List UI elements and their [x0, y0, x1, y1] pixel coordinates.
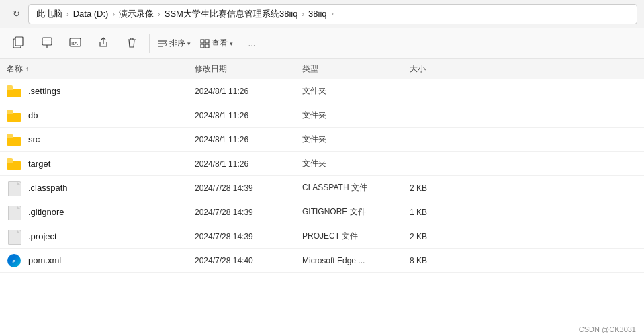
file-type-cell: GITIGNORE 文件	[302, 206, 410, 218]
breadcrumb: 此电脑 › Data (D:) › 演示录像 › SSM大学生比赛信息管理系统3…	[28, 4, 637, 24]
table-row[interactable]: .classpath 2024/7/28 14:39 CLASSPATH 文件 …	[0, 176, 644, 200]
file-name-cell: .settings	[7, 85, 195, 98]
refresh-icon: ↻	[13, 9, 20, 19]
file-type-cell: PROJECT 文件	[302, 230, 410, 242]
file-date-cell: 2024/8/1 11:26	[195, 159, 302, 169]
breadcrumb-demo[interactable]: 演示录像	[117, 7, 156, 22]
file-date-cell: 2024/7/28 14:39	[195, 232, 302, 241]
file-icon	[7, 181, 21, 195]
refresh-button[interactable]: ↻	[7, 5, 26, 24]
address-bar: ↻ 此电脑 › Data (D:) › 演示录像 › SSM大学生比赛信息管理系…	[0, 0, 644, 28]
file-type-cell: Microsoft Edge ...	[302, 256, 410, 265]
table-row[interactable]: db 2024/8/1 11:26 文件夹	[0, 103, 644, 128]
file-list-header: 名称 ↑ 修改日期 类型 大小	[0, 59, 644, 79]
table-row[interactable]: .project 2024/7/28 14:39 PROJECT 文件 2 KB	[0, 224, 644, 249]
sort-button[interactable]: 排序 ▾	[154, 32, 195, 56]
file-size-cell: 1 KB	[410, 208, 463, 217]
copy-button[interactable]	[5, 32, 32, 56]
file-name-text: target	[28, 159, 50, 169]
view-label: 查看 ▾	[200, 38, 233, 49]
delete-button[interactable]	[118, 32, 145, 56]
status-bar: CSDN @CK3031	[571, 323, 644, 336]
svg-text:ItA: ItA	[71, 40, 78, 46]
breadcrumb-drive[interactable]: Data (D:)	[71, 7, 111, 20]
file-date-cell: 2024/8/1 11:26	[195, 111, 302, 120]
breadcrumb-ssm[interactable]: SSM大学生比赛信息管理系统38iiq	[163, 7, 300, 22]
file-size-cell: 8 KB	[410, 256, 463, 265]
svg-rect-3	[42, 40, 52, 40]
file-type-cell: 文件夹	[302, 85, 410, 97]
file-name-text: .classpath	[28, 183, 68, 193]
pin-button[interactable]	[34, 32, 60, 56]
file-size-cell: 2 KB	[410, 183, 463, 193]
file-name-cell: .project	[7, 230, 195, 243]
file-name-cell: e pom.xml	[7, 254, 195, 267]
header-name[interactable]: 名称 ↑	[7, 63, 195, 75]
breadcrumb-38iiq[interactable]: 38iiq	[306, 7, 328, 20]
file-type-cell: 文件夹	[302, 110, 410, 121]
file-icon	[7, 206, 21, 219]
table-row[interactable]: target 2024/8/1 11:26 文件夹	[0, 152, 644, 176]
share-icon	[97, 36, 109, 51]
folder-icon	[7, 133, 21, 146]
file-icon	[7, 230, 21, 243]
file-list-container: 名称 ↑ 修改日期 类型 大小 .settings 2024/8/1 11:26…	[0, 59, 644, 336]
svg-rect-2	[42, 38, 52, 45]
table-row[interactable]: src 2024/8/1 11:26 文件夹	[0, 128, 644, 152]
sep4: ›	[301, 10, 305, 18]
file-date-cell: 2024/7/28 14:40	[195, 256, 302, 265]
more-button[interactable]: ...	[238, 32, 265, 56]
file-type-cell: CLASSPATH 文件	[302, 182, 410, 194]
file-name-text: .gitignore	[28, 207, 64, 217]
file-name-cell: db	[7, 109, 195, 122]
file-size-cell: 2 KB	[410, 232, 463, 241]
rename-button[interactable]: ItA	[62, 32, 89, 56]
view-dropdown-arrow: ▾	[230, 40, 233, 47]
sort-dropdown-arrow: ▾	[187, 40, 191, 47]
folder-icon	[7, 109, 21, 122]
table-row[interactable]: .settings 2024/8/1 11:26 文件夹	[0, 79, 644, 103]
more-label: ...	[248, 38, 255, 48]
file-name-text: db	[28, 110, 38, 120]
file-type-cell: 文件夹	[302, 158, 410, 169]
file-date-cell: 2024/8/1 11:26	[195, 87, 302, 96]
file-name-text: .settings	[28, 86, 60, 96]
pin-icon	[41, 36, 53, 51]
file-name-text: src	[28, 134, 40, 144]
toolbar-separator-1	[149, 34, 150, 53]
file-rows: .settings 2024/8/1 11:26 文件夹 db 2024/8/1…	[0, 79, 644, 273]
toolbar: ItA	[0, 28, 644, 59]
file-name-text: .project	[28, 231, 57, 241]
table-row[interactable]: .gitignore 2024/7/28 14:39 GITIGNORE 文件 …	[0, 200, 644, 224]
file-name-cell: .classpath	[7, 181, 195, 195]
header-date[interactable]: 修改日期	[195, 63, 302, 75]
sort-label: 排序 ▾	[158, 38, 191, 49]
file-name-text: pom.xml	[28, 255, 61, 265]
header-type[interactable]: 类型	[302, 63, 410, 75]
file-date-cell: 2024/8/1 11:26	[195, 135, 302, 144]
main-area: ItA	[0, 28, 644, 336]
share-button[interactable]	[90, 32, 117, 56]
svg-rect-12	[201, 44, 204, 48]
table-row[interactable]: e pom.xml 2024/7/28 14:40 Microsoft Edge…	[0, 249, 644, 273]
sep1: ›	[66, 10, 70, 18]
file-name-cell: .gitignore	[7, 206, 195, 219]
edge-icon: e	[7, 254, 21, 267]
name-sort-icon: ↑	[26, 65, 29, 73]
header-size[interactable]: 大小	[410, 63, 463, 75]
sep2: ›	[111, 10, 116, 18]
file-date-cell: 2024/7/28 14:39	[195, 183, 302, 193]
file-type-cell: 文件夹	[302, 134, 410, 145]
delete-icon	[126, 36, 138, 51]
file-date-cell: 2024/7/28 14:39	[195, 208, 302, 217]
breadcrumb-expand[interactable]: ›	[330, 9, 335, 19]
rename-icon: ItA	[69, 36, 81, 51]
breadcrumb-pc[interactable]: 此电脑	[34, 7, 64, 22]
file-name-cell: target	[7, 157, 195, 171]
file-name-cell: src	[7, 133, 195, 146]
svg-rect-13	[205, 44, 209, 48]
view-button[interactable]: 查看 ▾	[196, 32, 237, 56]
sep3: ›	[157, 10, 161, 18]
folder-icon	[7, 85, 21, 98]
copy-icon	[13, 36, 25, 51]
